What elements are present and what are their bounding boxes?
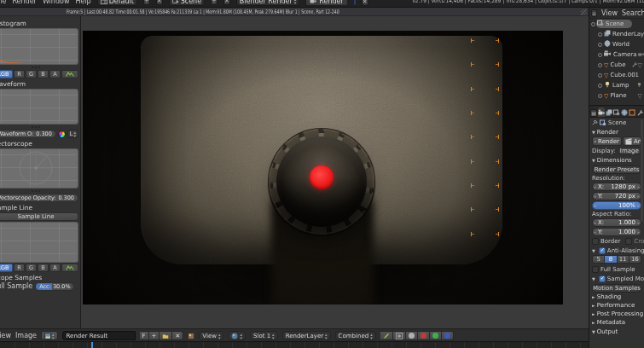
output-panel-header[interactable]: Output — [592, 328, 618, 335]
channel-r-button[interactable]: R — [14, 70, 25, 78]
menu-help[interactable]: Help — [75, 0, 90, 5]
expand-toggle-icon[interactable] — [598, 84, 602, 88]
delete-scene-button[interactable]: ✕ — [223, 0, 230, 5]
wrench-icon[interactable] — [631, 61, 637, 69]
aa-samples-16-button[interactable]: 16 — [629, 255, 641, 264]
outliner-item-scene[interactable]: Scene — [589, 19, 644, 29]
vectorscope-section-title[interactable]: Vectorscope — [0, 140, 78, 148]
panel-drag-handle[interactable] — [0, 66, 78, 69]
scope-curve-icon[interactable] — [61, 70, 78, 78]
expand-toggle-icon[interactable] — [598, 73, 602, 78]
render-presets-dropdown[interactable]: Render Presets — [592, 165, 641, 174]
scope-curve-icon[interactable] — [61, 264, 78, 272]
outliner-item-world[interactable]: World — [589, 39, 644, 49]
channel-g-button[interactable]: G — [26, 70, 37, 78]
accuracy-slider[interactable]: Acc: 30.0% — [35, 282, 74, 291]
aspect-y-field[interactable]: Y: 1.000 — [592, 228, 641, 236]
outliner-menu-search[interactable]: Search — [622, 9, 644, 17]
render-pass-dropdown[interactable]: Combined ▴▾ — [335, 331, 376, 340]
border-checkbox[interactable] — [592, 238, 599, 245]
outliner-item-cube[interactable]: ▽ Cube ▽ — [589, 60, 644, 70]
render-panel-header[interactable]: Render — [592, 129, 618, 136]
image-paint-toggle[interactable] — [380, 331, 393, 340]
channel-a-button[interactable]: A — [49, 264, 61, 272]
display-mode-dropdown[interactable]: Image — [618, 147, 641, 155]
channel-b-button[interactable]: B — [38, 70, 49, 78]
timeline-strip[interactable] — [0, 341, 589, 348]
full-sample-checkbox[interactable] — [592, 266, 599, 273]
image-editor-viewport[interactable] — [82, 16, 589, 328]
anti-aliasing-panel-header[interactable] — [592, 247, 597, 254]
screen-layout-selector[interactable]: Default — [97, 0, 137, 6]
motion-blur-panel-header[interactable] — [592, 276, 597, 282]
resolution-x-field[interactable]: X: 1280 px — [592, 183, 641, 191]
cancel-render-button[interactable]: ✕ — [362, 0, 368, 6]
outliner-item-cube.001[interactable]: ▽ Cube.001 — [589, 70, 644, 80]
aa-samples-8-button[interactable]: 8 — [605, 255, 617, 264]
properties-scrollbar[interactable] — [641, 119, 643, 222]
panel-drag-handle[interactable] — [0, 189, 78, 193]
expand-toggle-icon[interactable] — [598, 43, 602, 47]
tab-render[interactable] — [598, 107, 605, 117]
view-mode-dropdown[interactable]: View ▴▾ — [199, 331, 223, 340]
collapsed-panel-post-processing[interactable]: Post Processing — [592, 310, 643, 317]
new-image-button[interactable]: + — [149, 331, 160, 340]
tab-object[interactable] — [629, 107, 635, 117]
dimensions-panel-header[interactable]: Dimensions — [592, 157, 632, 164]
outliner-item-plane[interactable]: ▽ Plane ▽ — [589, 90, 644, 101]
add-scene-button[interactable]: + — [211, 0, 218, 5]
lamp-data-icon[interactable] — [636, 82, 642, 90]
expand-toggle-icon[interactable] — [598, 94, 602, 98]
menu-image[interactable]: Image — [15, 332, 37, 339]
menu-window[interactable]: Window — [43, 0, 70, 5]
menu-file[interactable]: File — [0, 0, 6, 5]
waveform-mode-dropdown[interactable]: L ▴▾ — [67, 130, 78, 138]
aspect-x-field[interactable]: X: 1.000 — [592, 218, 641, 227]
tab-render-layers[interactable] — [606, 107, 612, 117]
properties-editor-icon[interactable]: ▤ — [590, 109, 597, 117]
mesh-data-icon[interactable]: ▽ — [638, 92, 642, 100]
outliner-editor-icon[interactable]: ≡ — [591, 9, 597, 17]
delete-layout-button[interactable]: ✕ — [156, 0, 163, 5]
sample-line-section-title[interactable]: Sample Line — [0, 204, 78, 212]
camera-data-icon[interactable] — [638, 51, 644, 59]
render-engine-selector[interactable]: Blender Render ▴▾ — [236, 0, 300, 6]
expand-toggle-icon[interactable] — [598, 32, 602, 37]
channel-rgb-button[interactable]: RGB — [0, 264, 13, 272]
outliner-item-camera[interactable]: Camera — [589, 49, 644, 60]
resolution-y-field[interactable]: Y: 720 px — [592, 192, 641, 200]
full-sample-label[interactable]: Full Sample — [0, 282, 32, 290]
anti-aliasing-checkbox[interactable] — [599, 247, 606, 254]
collapsed-panel-performance[interactable]: Performance — [592, 302, 635, 309]
menu-view[interactable]: View — [0, 332, 11, 339]
outliner-item-renderlayers[interactable]: RenderLayers — [589, 29, 644, 39]
image-pin-icon[interactable] — [188, 333, 194, 339]
open-image-button[interactable] — [160, 331, 172, 340]
waveform-opacity-slider[interactable]: Waveform O: 0.300 — [0, 130, 56, 138]
outliner-menu-view[interactable]: View — [601, 9, 618, 17]
anti-aliasing-title[interactable]: Anti-Aliasing — [607, 247, 644, 254]
tab-world[interactable] — [621, 107, 628, 117]
motion-blur-title[interactable]: Sampled Motion Blur — [607, 276, 644, 282]
channel-b-button[interactable]: B — [38, 264, 49, 272]
unlink-image-button[interactable]: ✕ — [172, 331, 183, 340]
collapsed-panel-metadata[interactable]: Metadata — [592, 319, 625, 326]
render-animation-button[interactable]: Animation — [623, 136, 641, 146]
image-datablock-name[interactable]: Render Result — [62, 331, 136, 340]
scope-samples-section-title[interactable]: Scope Samples — [0, 274, 78, 281]
expand-toggle-icon[interactable] — [591, 22, 595, 26]
histogram-section-title[interactable]: Histogram — [0, 20, 78, 27]
expand-toggle-icon[interactable] — [598, 53, 602, 57]
channel-g-button[interactable]: G — [26, 264, 37, 272]
channel-b-toggle[interactable] — [442, 331, 454, 340]
waveform-section-title[interactable]: Waveform — [0, 80, 78, 88]
panel-drag-handle[interactable] — [0, 125, 78, 129]
pin-icon[interactable] — [592, 119, 598, 125]
resolution-percentage-slider[interactable]: 100% — [592, 201, 641, 210]
sample-line-button[interactable]: Sample Line — [0, 212, 78, 221]
channel-g-toggle[interactable] — [430, 331, 442, 340]
region-resize-grip[interactable] — [581, 9, 587, 15]
render-still-button[interactable]: Render — [592, 136, 622, 146]
slot-dropdown[interactable]: Slot 1 ▴▾ — [250, 331, 278, 340]
tab-modifiers[interactable] — [636, 107, 643, 117]
